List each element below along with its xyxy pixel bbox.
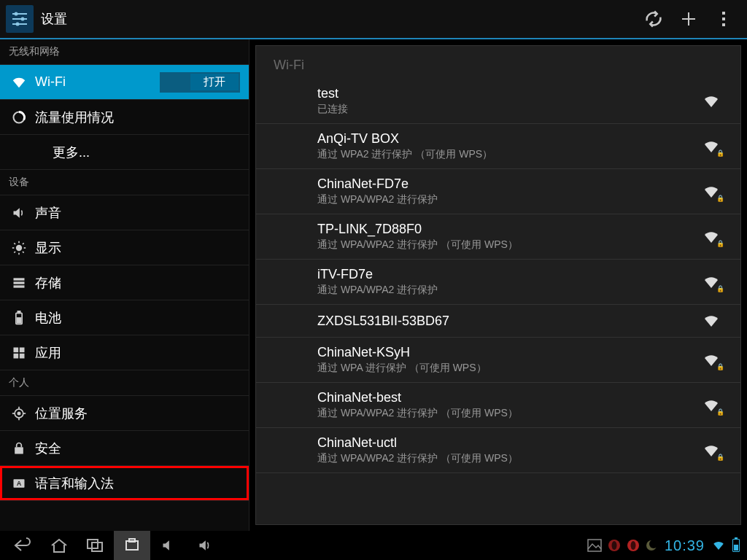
network-name: ChinaNet-uctl xyxy=(317,435,697,451)
svg-point-32 xyxy=(18,412,20,414)
volume-down-button[interactable] xyxy=(150,534,187,557)
svg-point-46 xyxy=(611,541,616,550)
network-list[interactable]: test 已连接 AnQi-TV BOX 通过 WPA2 进行保护 （可使用 W… xyxy=(256,79,740,473)
sidebar-item-label: 应用 xyxy=(35,344,240,362)
sidebar-item-wifi[interactable]: Wi-Fi 打开 xyxy=(0,65,249,100)
svg-point-4 xyxy=(21,18,25,21)
volume-up-button[interactable] xyxy=(187,534,223,557)
svg-point-3 xyxy=(15,12,18,16)
system-nav-bar: 10:39 xyxy=(0,531,747,560)
recent-apps-button[interactable] xyxy=(77,534,114,557)
sidebar-item-more[interactable]: 更多... xyxy=(0,135,249,170)
section-header-wireless: 无线和网络 xyxy=(0,39,249,65)
svg-rect-27 xyxy=(14,347,19,352)
wifi-signal-icon xyxy=(697,93,726,110)
battery-icon xyxy=(9,311,29,325)
network-security: 通过 WPA2 进行保护 （可使用 WPS） xyxy=(317,148,697,161)
language-icon: A xyxy=(9,476,29,491)
sidebar-item-label: 显示 xyxy=(35,239,240,257)
sidebar-item-apps[interactable]: 应用 xyxy=(0,335,249,370)
status-picture-icon[interactable] xyxy=(587,539,602,552)
wifi-network-item[interactable]: ZXDSL531BII-53BD67 xyxy=(256,305,740,338)
network-security: 已连接 xyxy=(317,103,697,116)
sidebar-item-security[interactable]: 安全 xyxy=(0,431,249,466)
add-network-button[interactable] xyxy=(671,1,706,36)
wifi-network-item[interactable]: ChinaNet-best 通过 WPA/WPA2 进行保护 （可使用 WPS）… xyxy=(256,383,740,428)
wifi-network-item[interactable]: ChinaNet-KSyH 通过 WPA 进行保护 （可使用 WPS） 🔒 xyxy=(256,338,740,383)
svg-line-19 xyxy=(14,252,15,253)
settings-app-icon xyxy=(6,5,34,33)
svg-line-20 xyxy=(23,243,24,244)
wps-button[interactable] xyxy=(636,1,671,36)
app-title: 设置 xyxy=(41,10,636,28)
wifi-signal-icon: 🔒 xyxy=(697,442,726,459)
status-moon-icon xyxy=(646,540,657,551)
wifi-network-item[interactable]: ChinaNet-FD7e 通过 WPA/WPA2 进行保护 🔒 xyxy=(256,169,740,214)
svg-rect-9 xyxy=(722,18,725,20)
network-name: ChinaNet-KSyH xyxy=(317,345,697,360)
svg-line-18 xyxy=(23,252,24,253)
sidebar-item-label: 电池 xyxy=(35,309,240,327)
sidebar-item-label: 安全 xyxy=(35,440,240,457)
svg-rect-30 xyxy=(20,353,25,358)
sidebar-item-label: 存储 xyxy=(35,274,240,292)
svg-rect-22 xyxy=(14,281,25,284)
network-security: 通过 WPA/WPA2 进行保护 （可使用 WPS） xyxy=(317,238,697,252)
data-usage-icon xyxy=(9,110,29,125)
status-clock[interactable]: 10:39 xyxy=(665,537,705,554)
wifi-network-item[interactable]: iTV-FD7e 通过 WPA/WPA2 进行保护 🔒 xyxy=(256,260,740,305)
status-wifi-icon xyxy=(712,539,725,552)
status-battery-icon xyxy=(731,539,740,552)
action-bar: 设置 xyxy=(0,0,747,39)
wifi-network-item[interactable]: AnQi-TV BOX 通过 WPA2 进行保护 （可使用 WPS） 🔒 xyxy=(256,124,740,169)
status-opera-icon-2[interactable] xyxy=(627,539,640,552)
svg-point-12 xyxy=(16,244,22,250)
svg-rect-25 xyxy=(18,311,20,313)
wifi-signal-icon: 🔒 xyxy=(697,351,726,369)
settings-sidebar: 无线和网络 Wi-Fi 打开 流量使用情况 更多... 设备 声音 xyxy=(0,39,249,531)
network-security: 通过 WPA 进行保护 （可使用 WPS） xyxy=(317,362,697,375)
wifi-signal-icon: 🔒 xyxy=(697,138,726,155)
wifi-network-item[interactable]: TP-LINK_7D88F0 通过 WPA/WPA2 进行保护 （可使用 WPS… xyxy=(256,214,740,260)
sidebar-item-display[interactable]: 显示 xyxy=(0,230,249,265)
sidebar-item-battery[interactable]: 电池 xyxy=(0,300,249,335)
svg-rect-29 xyxy=(14,353,19,358)
wifi-toggle[interactable]: 打开 xyxy=(160,72,240,93)
screenshot-button[interactable] xyxy=(114,531,150,560)
wifi-signal-icon xyxy=(697,312,726,330)
back-button[interactable] xyxy=(4,534,41,557)
wifi-signal-icon: 🔒 xyxy=(697,397,726,414)
sidebar-item-label: 声音 xyxy=(35,204,240,222)
svg-line-17 xyxy=(14,243,15,244)
svg-rect-37 xyxy=(15,447,23,454)
status-opera-icon-1[interactable] xyxy=(608,539,621,552)
svg-point-48 xyxy=(630,541,635,550)
sidebar-item-storage[interactable]: 存储 xyxy=(0,265,249,300)
home-button[interactable] xyxy=(41,534,77,557)
network-name: AnQi-TV BOX xyxy=(317,131,697,147)
toggle-thumb-label: 打开 xyxy=(190,74,239,90)
storage-icon xyxy=(9,276,29,290)
overflow-menu-button[interactable] xyxy=(706,1,741,36)
sidebar-item-data-usage[interactable]: 流量使用情况 xyxy=(0,100,249,135)
apps-icon xyxy=(9,346,29,360)
sidebar-item-label: 更多... xyxy=(53,144,240,161)
wifi-signal-icon: 🔒 xyxy=(697,183,726,201)
sidebar-item-location[interactable]: 位置服务 xyxy=(0,396,249,431)
svg-text:A: A xyxy=(17,480,22,487)
network-name: ZXDSL531BII-53BD67 xyxy=(317,314,697,329)
svg-rect-8 xyxy=(722,12,725,15)
sidebar-item-language-input[interactable]: A 语言和输入法 xyxy=(0,466,249,501)
network-name: test xyxy=(317,86,697,101)
network-name: iTV-FD7e xyxy=(317,267,697,282)
sidebar-item-sound[interactable]: 声音 xyxy=(0,195,249,230)
wifi-network-item[interactable]: test 已连接 xyxy=(256,79,740,124)
network-name: ChinaNet-best xyxy=(317,390,697,405)
wifi-icon xyxy=(9,74,29,90)
wifi-network-item[interactable]: ChinaNet-uctl 通过 WPA/WPA2 进行保护 （可使用 WPS）… xyxy=(256,428,740,473)
sidebar-item-label: Wi-Fi xyxy=(35,74,160,90)
location-icon xyxy=(9,406,29,421)
network-security: 通过 WPA/WPA2 进行保护 （可使用 WPS） xyxy=(317,407,697,420)
panel-title: Wi-Fi xyxy=(256,46,740,79)
svg-rect-23 xyxy=(14,285,25,287)
